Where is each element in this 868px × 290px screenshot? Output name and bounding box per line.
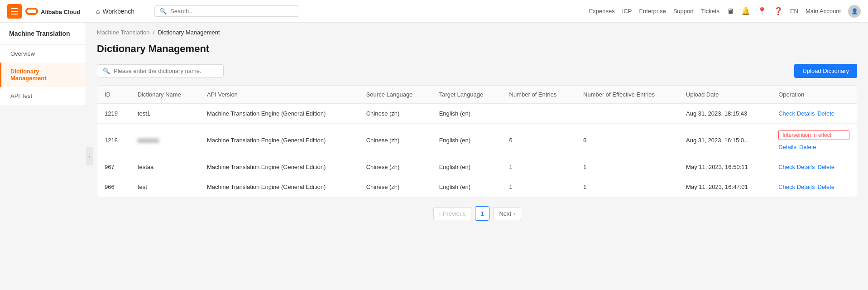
sidebar-item-dictionary[interactable]: Dictionary Management [0, 63, 86, 87]
breadcrumb: Machine Translation / Dictionary Managem… [86, 23, 868, 36]
source-lang-cell: Chinese (zh) [359, 157, 432, 177]
search-icon: 🔍 [159, 8, 167, 14]
top-nav: Alibaba Cloud ⌂ Workbench 🔍 Expenses ICP… [0, 0, 868, 23]
api-version-cell: Machine Translation Engine (General Edit… [200, 157, 359, 177]
upload-date-cell: May 11, 2023, 16:50:11 [679, 157, 771, 177]
avatar[interactable]: 👤 [848, 5, 861, 18]
home-icon: ⌂ [96, 8, 100, 15]
source-lang-cell: Chinese (zh) [359, 124, 432, 157]
support-link[interactable]: Support [673, 8, 694, 14]
global-search[interactable]: 🔍 [154, 5, 299, 17]
previous-button[interactable]: ‹ Previous [433, 207, 472, 220]
next-button[interactable]: Next › [493, 207, 521, 220]
dict-id-cell: 1219 [97, 104, 130, 124]
effective-entries-cell: - [576, 104, 679, 124]
col-target: Target Language [432, 86, 502, 104]
target-lang-cell: English (en) [432, 157, 502, 177]
pagination: ‹ Previous 1 Next › [97, 197, 857, 230]
location-icon[interactable]: 📍 [758, 7, 767, 15]
page-title: Dictionary Management [97, 43, 857, 55]
source-lang-cell: Chinese (zh) [359, 177, 432, 197]
target-lang-cell: English (en) [432, 104, 502, 124]
lang-selector[interactable]: EN [790, 8, 798, 14]
dict-id-cell: 966 [97, 177, 130, 197]
api-version-cell: Machine Translation Engine (General Edit… [200, 177, 359, 197]
check-details-link[interactable]: Check Details [778, 164, 815, 170]
sidebar-collapse-btn[interactable]: ‹ [86, 147, 93, 165]
tickets-link[interactable]: Tickets [701, 8, 719, 14]
delete-link[interactable]: Delete [817, 164, 834, 170]
expenses-link[interactable]: Expenses [589, 8, 615, 14]
chevron-right-icon: › [513, 210, 515, 217]
chevron-left-icon: ‹ [439, 210, 441, 217]
help-icon[interactable]: ❓ [774, 7, 783, 15]
dictionary-search-input[interactable] [114, 68, 218, 74]
effective-entries-cell: 1 [576, 177, 679, 197]
details-link[interactable]: Details [778, 144, 796, 150]
table-row: 1219 test1 Machine Translation Engine (G… [97, 104, 857, 124]
content-area: Dictionary Management 🔍 Upload Dictionar… [86, 36, 868, 237]
search-input[interactable] [170, 8, 294, 14]
entries-cell: 1 [502, 177, 576, 197]
hamburger-menu[interactable] [7, 4, 22, 19]
icp-link[interactable]: ICP [622, 8, 632, 14]
svg-text:Alibaba Cloud: Alibaba Cloud [41, 9, 80, 15]
intervention-badge: Intervention in effect [778, 130, 849, 140]
delete-link[interactable]: Delete [817, 110, 834, 117]
col-name: Dictionary Name [130, 86, 200, 104]
workbench-nav[interactable]: ⌂ Workbench [91, 6, 140, 17]
breadcrumb-current: Dictionary Management [158, 29, 220, 36]
dict-id-cell: 967 [97, 157, 130, 177]
nav-logo: Alibaba Cloud [25, 5, 80, 18]
search-box-icon: 🔍 [103, 68, 110, 74]
target-lang-cell: English (en) [432, 177, 502, 197]
table-header-row: ID Dictionary Name API Version Source La… [97, 86, 857, 104]
page-number-1[interactable]: 1 [475, 206, 489, 221]
sidebar-title: Machine Translation [0, 23, 86, 45]
toolbar: 🔍 Upload Dictionary [97, 64, 857, 78]
nav-right: Expenses ICP Enterprise Support Tickets … [589, 5, 861, 18]
sidebar-item-overview[interactable]: Overview [0, 45, 86, 63]
operation-cell: Intervention in effect Details Delete [771, 124, 857, 157]
col-date: Upload Date [679, 86, 771, 104]
enterprise-link[interactable]: Enterprise [639, 8, 666, 14]
dictionary-search-box[interactable]: 🔍 [97, 64, 224, 77]
account-label[interactable]: Main Account [806, 8, 841, 14]
source-lang-cell: Chinese (zh) [359, 104, 432, 124]
dict-name-cell: test [130, 177, 200, 197]
upload-date-cell: May 11, 2023, 16:47:01 [679, 177, 771, 197]
tv-icon[interactable]: 🖥 [727, 7, 734, 15]
upload-dictionary-button[interactable]: Upload Dictionary [794, 64, 857, 78]
operation-cell: Check Details Delete [771, 157, 857, 177]
dictionary-table-element: ID Dictionary Name API Version Source La… [97, 86, 857, 197]
sidebar: Machine Translation Overview Dictionary … [0, 23, 86, 105]
entries-cell: 6 [502, 124, 576, 157]
col-id: ID [97, 86, 130, 104]
col-operation: Operation [771, 86, 857, 104]
layout: Machine Translation Overview Dictionary … [0, 23, 868, 290]
alibaba-logo: Alibaba Cloud [25, 5, 80, 18]
bell-icon[interactable]: 🔔 [741, 7, 750, 15]
sidebar-item-api-test[interactable]: API Test [0, 87, 86, 105]
target-lang-cell: English (en) [432, 124, 502, 157]
breadcrumb-parent[interactable]: Machine Translation [97, 29, 149, 36]
entries-cell: - [502, 104, 576, 124]
col-entries: Number of Entries [502, 86, 576, 104]
dict-name-cell: testaa [130, 157, 200, 177]
effective-entries-cell: 6 [576, 124, 679, 157]
delete-link[interactable]: Delete [799, 144, 816, 150]
check-details-link[interactable]: Check Details [778, 110, 815, 117]
api-version-cell: Machine Translation Engine (General Edit… [200, 104, 359, 124]
dictionary-table: ID Dictionary Name API Version Source La… [97, 85, 857, 197]
table-row: 1218 ●●●●●● Machine Translation Engine (… [97, 124, 857, 157]
sidebar-wrapper: Machine Translation Overview Dictionary … [0, 23, 86, 290]
table-row: 967 testaa Machine Translation Engine (G… [97, 157, 857, 177]
col-api: API Version [200, 86, 359, 104]
operation-cell: Check Details Delete [771, 177, 857, 197]
upload-date-cell: Aug 31, 2023, 16:15:0... [679, 124, 771, 157]
operation-cell: Check Details Delete [771, 104, 857, 124]
check-details-link[interactable]: Check Details [778, 184, 815, 190]
delete-link[interactable]: Delete [817, 184, 834, 190]
workbench-label: Workbench [102, 8, 134, 15]
svg-rect-1 [27, 10, 36, 13]
